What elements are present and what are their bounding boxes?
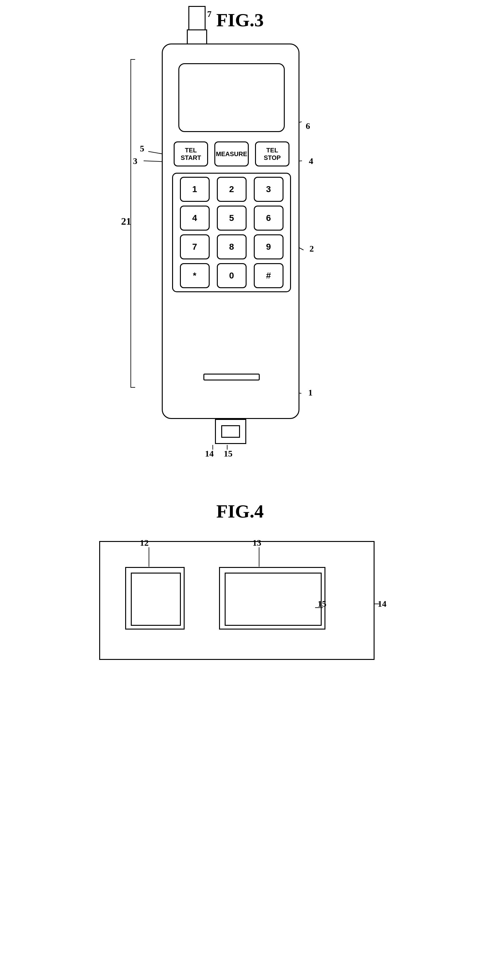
fig4-content: 12 13 15 14 <box>99 541 381 682</box>
phone-body: TELSTART MEASURE TELSTOP 1 2 <box>162 43 299 419</box>
line-15 <box>227 445 227 450</box>
label-4: 4 <box>309 156 313 166</box>
key-0[interactable]: 0 <box>217 263 246 288</box>
fig4-line-13 <box>259 547 259 567</box>
func-buttons-row: TELSTART MEASURE TELSTOP <box>172 142 291 167</box>
key-4[interactable]: 4 <box>180 205 210 231</box>
fig4-line-14-h <box>375 604 379 604</box>
key-5-label: 5 <box>229 213 234 223</box>
measure-button[interactable]: MEASURE <box>215 142 249 167</box>
number-keypad: 1 2 3 4 5 6 7 8 9 <box>172 173 291 292</box>
key-1-label: 1 <box>192 184 197 194</box>
label-7: 7 <box>207 9 211 19</box>
tel-start-button[interactable]: TELSTART <box>174 142 208 167</box>
fig4-label-12: 12 <box>140 538 149 548</box>
key-7[interactable]: 7 <box>180 234 210 259</box>
bracket-21: 21 <box>124 59 134 388</box>
key-9[interactable]: 9 <box>254 234 283 259</box>
key-row-1: 1 2 3 <box>176 177 287 202</box>
label-3: 3 <box>133 156 137 166</box>
key-star[interactable]: * <box>180 263 210 288</box>
key-hash-label: # <box>266 270 271 281</box>
key-8[interactable]: 8 <box>217 234 246 259</box>
key-row-4: * 0 # <box>176 263 287 288</box>
label-2: 2 <box>310 244 314 254</box>
label-21: 21 <box>121 216 131 227</box>
fig3-title: FIG.3 <box>0 10 480 31</box>
phone-screen <box>178 63 285 132</box>
key-5[interactable]: 5 <box>217 205 246 231</box>
inner-box-right-inner <box>225 573 322 626</box>
fig4-label-13: 13 <box>253 538 261 548</box>
inner-box-left <box>125 567 184 630</box>
key-row-3: 7 8 9 <box>176 234 287 259</box>
key-1[interactable]: 1 <box>180 177 210 202</box>
bracket-bottom <box>130 387 135 388</box>
key-0-label: 0 <box>229 270 234 281</box>
key-3[interactable]: 3 <box>254 177 283 202</box>
inner-box-right <box>219 567 326 630</box>
phone-bottom-area <box>181 374 281 380</box>
line-14 <box>213 445 213 450</box>
key-star-label: * <box>193 270 197 281</box>
key-3-label: 3 <box>266 184 271 194</box>
key-2-label: 2 <box>229 184 234 194</box>
fig3-section: FIG.3 <box>0 10 480 466</box>
label-15: 15 <box>224 449 232 459</box>
fig4-title: FIG.4 <box>0 501 480 522</box>
antenna-area <box>187 6 218 50</box>
fig4-line-12 <box>149 547 149 567</box>
key-7-label: 7 <box>192 242 197 252</box>
tel-stop-label: TELSTOP <box>264 146 281 161</box>
label-6: 6 <box>306 121 310 131</box>
outer-box <box>99 541 375 660</box>
key-9-label: 9 <box>266 242 271 252</box>
inner-box-left-inner <box>131 573 181 626</box>
speaker-bar <box>203 374 260 380</box>
key-4-label: 4 <box>192 213 197 223</box>
fig4-section: FIG.4 12 13 15 <box>0 501 480 682</box>
key-2[interactable]: 2 <box>217 177 246 202</box>
phone-connector-inner <box>221 425 240 438</box>
key-8-label: 8 <box>229 242 234 252</box>
label-5: 5 <box>140 144 144 154</box>
key-6[interactable]: 6 <box>254 205 283 231</box>
key-row-2: 4 5 6 <box>176 205 287 231</box>
page-container: FIG.3 <box>0 0 480 980</box>
measure-label: MEASURE <box>216 150 247 158</box>
keypad-area: TELSTART MEASURE TELSTOP 1 2 <box>172 142 291 292</box>
bracket-top <box>130 59 135 60</box>
key-hash[interactable]: # <box>254 263 283 288</box>
tel-stop-button[interactable]: TELSTOP <box>255 142 289 167</box>
fig3-content: 21 7 TELSTART <box>115 43 365 466</box>
label-14: 14 <box>205 449 214 459</box>
key-6-label: 6 <box>266 213 271 223</box>
label-1: 1 <box>308 388 313 398</box>
tel-start-label: TELSTART <box>181 146 201 161</box>
fig4-line-15 <box>315 607 323 608</box>
